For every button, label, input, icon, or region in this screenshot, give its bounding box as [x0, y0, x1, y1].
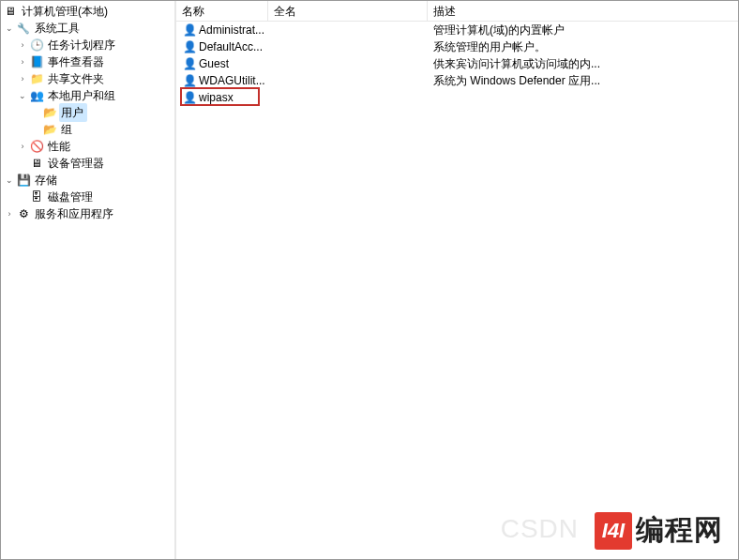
app-window: 计算机管理(本地) ⌄ 系统工具 › 任务计划程序 › 事件查看器 › 共享文件… [0, 0, 739, 560]
col-desc[interactable]: 描述 [428, 1, 738, 21]
chevron-right-icon[interactable]: › [16, 138, 29, 155]
column-headers: 名称 全名 描述 [176, 1, 738, 22]
table-row[interactable]: WDAGUtilit... 系统为 Windows Defender 应用... [176, 72, 738, 89]
user-icon [182, 90, 197, 105]
watermark-faded: CSDN [501, 514, 579, 544]
tree-services-apps[interactable]: › 服务和应用程序 [3, 205, 174, 222]
cell-name: wipasx [199, 91, 234, 104]
chevron-down-icon[interactable]: ⌄ [3, 172, 16, 189]
user-list-panel: 名称 全名 描述 Administrat... 管理计算机(域)的内置帐户 De… [175, 1, 738, 559]
tree-label: 本地用户和组 [46, 86, 119, 105]
cell-desc: 管理计算机(域)的内置帐户 [428, 23, 738, 38]
performance-icon [29, 139, 44, 154]
table-row[interactable]: wipasx [176, 89, 738, 106]
tree-label: 事件查看器 [46, 53, 108, 71]
brand-text: 编程网 [636, 511, 723, 550]
col-name[interactable]: 名称 [176, 1, 268, 21]
clock-icon [29, 38, 44, 53]
tree-label: 任务计划程序 [46, 36, 119, 54]
tree-disk-management[interactable]: 磁盘管理 [3, 189, 174, 205]
tree-label: 系统工具 [33, 19, 83, 38]
tree-label: 用户 [59, 103, 87, 122]
wrench-icon [16, 21, 31, 36]
cell-name: Guest [199, 57, 229, 70]
tree-label: 服务和应用程序 [33, 204, 117, 223]
table-row[interactable]: Guest 供来宾访问计算机或访问域的内... [176, 55, 738, 72]
tree-shared-folders[interactable]: › 共享文件夹 [3, 70, 174, 87]
users-group-icon [29, 88, 44, 103]
tree-label: 组 [59, 120, 76, 139]
user-icon [182, 73, 197, 88]
shared-folder-icon [29, 71, 44, 86]
chevron-right-icon[interactable]: › [3, 205, 16, 222]
tree-label: 计算机管理(本地) [20, 2, 112, 21]
tree-groups[interactable]: 组 [3, 121, 174, 138]
user-rows: Administrat... 管理计算机(域)的内置帐户 DefaultAcc.… [176, 22, 738, 106]
user-icon [182, 56, 197, 71]
tree-label: 存储 [33, 171, 61, 189]
computer-icon [3, 4, 18, 19]
chevron-right-icon[interactable]: › [16, 70, 29, 87]
chevron-down-icon[interactable]: ⌄ [16, 87, 29, 104]
tree-local-users-groups[interactable]: ⌄ 本地用户和组 [3, 87, 174, 104]
table-row[interactable]: Administrat... 管理计算机(域)的内置帐户 [176, 22, 738, 38]
tree-storage[interactable]: ⌄ 存储 [3, 172, 174, 189]
user-icon [182, 39, 197, 54]
book-icon [29, 54, 44, 69]
tree-event-viewer[interactable]: › 事件查看器 [3, 53, 174, 70]
tree-label: 性能 [46, 137, 74, 156]
folder-icon [42, 105, 57, 120]
table-row[interactable]: DefaultAcc... 系统管理的用户帐户。 [176, 38, 738, 55]
nav-tree[interactable]: 计算机管理(本地) ⌄ 系统工具 › 任务计划程序 › 事件查看器 › 共享文件… [1, 1, 175, 559]
user-icon [182, 23, 197, 38]
tree-label: 设备管理器 [46, 154, 108, 173]
tree-users[interactable]: 用户 [3, 104, 174, 121]
cell-desc: 系统为 Windows Defender 应用... [428, 73, 738, 89]
tree-label: 磁盘管理 [46, 188, 97, 206]
brand-logo-icon: I4I [595, 512, 632, 550]
cell-desc: 供来宾访问计算机或访问域的内... [428, 56, 738, 72]
services-icon [16, 206, 31, 221]
chevron-right-icon[interactable]: › [16, 37, 29, 53]
watermark-brand: I4I 编程网 [595, 511, 723, 550]
tree-root[interactable]: 计算机管理(本地) [3, 3, 174, 20]
disk-icon [29, 189, 44, 204]
cell-name: Administrat... [199, 23, 264, 37]
chevron-right-icon[interactable]: › [16, 53, 29, 70]
device-manager-icon [29, 156, 44, 171]
tree-task-scheduler[interactable]: › 任务计划程序 [3, 37, 174, 53]
tree-device-manager[interactable]: 设备管理器 [3, 155, 174, 172]
chevron-down-icon[interactable]: ⌄ [3, 20, 16, 37]
cell-name: DefaultAcc... [199, 40, 263, 53]
tree-label: 共享文件夹 [46, 69, 108, 88]
tree-performance[interactable]: › 性能 [3, 138, 174, 155]
col-fullname[interactable]: 全名 [268, 1, 428, 21]
cell-name: WDAGUtilit... [199, 74, 265, 87]
storage-icon [16, 173, 31, 188]
tree-system-tools[interactable]: ⌄ 系统工具 [3, 20, 174, 37]
cell-desc: 系统管理的用户帐户。 [428, 39, 738, 55]
folder-icon [42, 122, 57, 137]
